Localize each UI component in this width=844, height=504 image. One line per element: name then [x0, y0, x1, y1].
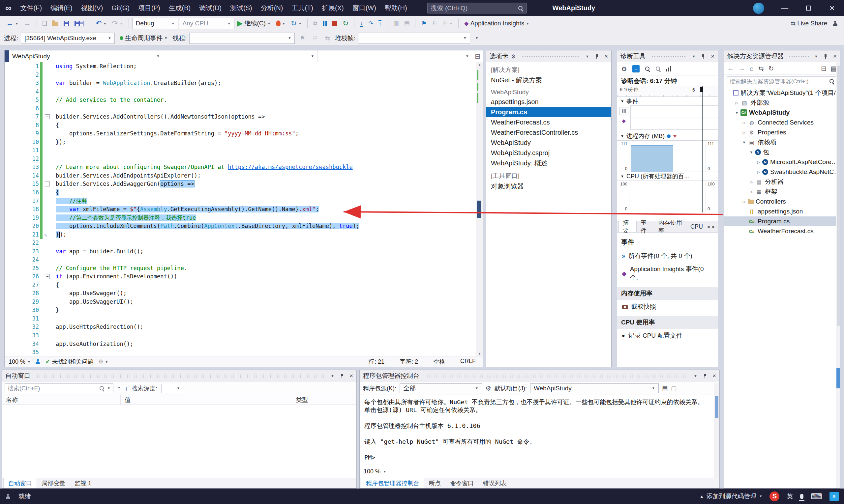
- project-navigator-dropdown[interactable]: WebApiStudy▼: [9, 50, 163, 62]
- breakpoint-margin[interactable]: [5, 272, 20, 281]
- fold-margin[interactable]: [42, 96, 52, 104]
- events-track-lane[interactable]: [630, 105, 718, 130]
- solution-platform-dropdown[interactable]: Any CPU▼: [179, 18, 235, 29]
- breakpoint-margin[interactable]: [5, 197, 20, 205]
- breakpoint-margin[interactable]: [5, 205, 20, 214]
- breakpoint-margin[interactable]: [5, 306, 20, 314]
- pmc-console-output[interactable]: 每个包都由其所有者许可给你。NuGet 不负责第三方包，也不授予其许可证。一些包…: [360, 395, 719, 462]
- code-text[interactable]: [52, 239, 476, 247]
- stop-console-icon[interactable]: ▢: [671, 385, 676, 392]
- step-out-button[interactable]: ↑: [376, 17, 384, 29]
- breakpoint-margin[interactable]: [5, 79, 20, 88]
- fold-margin[interactable]: [42, 163, 52, 172]
- code-text[interactable]: [52, 146, 476, 155]
- document-health-indicator[interactable]: ✔未找到相关问题: [45, 358, 93, 366]
- open-tab-item[interactable]: WebApiStudy: 概述: [486, 158, 611, 168]
- app-insights-events-row[interactable]: ◆Application Insights 事件(0 个,: [617, 263, 718, 284]
- zoom-out-icon[interactable]: [655, 66, 661, 71]
- tree-item[interactable]: ▷▦框架: [724, 187, 840, 197]
- code-text[interactable]: }: [52, 306, 476, 314]
- tool-window-tab[interactable]: 断点: [424, 478, 445, 488]
- breakpoint-margin[interactable]: [5, 188, 20, 197]
- gear-icon[interactable]: ⚙: [511, 53, 516, 60]
- line-ending-indicator[interactable]: CRLF: [460, 358, 476, 366]
- code-line[interactable]: 5// Add services to the container.: [5, 96, 476, 104]
- new-project-button[interactable]: [40, 17, 49, 29]
- break-all-button[interactable]: [321, 17, 329, 29]
- search-depth-dropdown[interactable]: ▼: [161, 384, 182, 393]
- code-text[interactable]: options.IncludeXmlComments(Path.Combine(…: [52, 222, 476, 231]
- fold-margin[interactable]: [42, 188, 52, 197]
- expander-icon[interactable]: ▷: [740, 200, 748, 204]
- next-bookmark-button[interactable]: ⚐▼: [440, 17, 455, 29]
- fold-margin[interactable]: [42, 314, 52, 323]
- pin-icon[interactable]: [701, 54, 706, 59]
- diagnostics-tab[interactable]: CPU: [686, 221, 707, 232]
- breakpoint-margin[interactable]: [5, 214, 20, 222]
- code-text[interactable]: {: [52, 121, 476, 130]
- tree-item[interactable]: ▷◍Connected Services: [724, 118, 840, 127]
- open-tab-item[interactable]: Program.cs: [486, 107, 611, 117]
- expander-icon[interactable]: ▼: [733, 111, 740, 115]
- tool-window-tab[interactable]: 自动窗口: [3, 478, 37, 488]
- fold-margin[interactable]: [42, 222, 52, 231]
- sync-with-active-document-icon[interactable]: ⇆: [758, 65, 764, 72]
- code-text[interactable]: // Learn more about configuring Swagger/…: [52, 163, 476, 172]
- maximize-button[interactable]: [796, 0, 820, 16]
- code-text[interactable]: var app = builder.Build();: [52, 247, 476, 256]
- take-snapshot-row[interactable]: 截取快照: [617, 300, 718, 313]
- solution-explorer-scrollbar[interactable]: [836, 62, 840, 488]
- fold-margin[interactable]: [42, 138, 52, 147]
- menu-item[interactable]: 视图(V): [77, 0, 107, 16]
- minimize-button[interactable]: —: [773, 0, 796, 16]
- member-navigator-dropdown[interactable]: ▼: [318, 50, 472, 62]
- breakpoint-margin[interactable]: [5, 340, 20, 348]
- menu-item[interactable]: 文件(F): [16, 0, 47, 16]
- code-line[interactable]: 10});: [5, 138, 476, 147]
- type-navigator-dropdown[interactable]: ▼: [163, 50, 317, 62]
- code-line[interactable]: 11: [5, 146, 476, 155]
- close-icon[interactable]: ×: [833, 53, 837, 60]
- fold-margin[interactable]: [42, 88, 52, 96]
- expander-icon[interactable]: ▼: [740, 140, 748, 144]
- open-tab-item[interactable]: WeatherForecastController.cs: [486, 127, 611, 138]
- code-line[interactable]: 27{: [5, 281, 476, 290]
- code-line[interactable]: 35: [5, 348, 476, 356]
- breakpoint-margin[interactable]: [5, 146, 20, 155]
- code-text[interactable]: using System.Reflection;: [52, 62, 476, 71]
- breakpoint-margin[interactable]: [5, 247, 20, 256]
- breakpoint-margin[interactable]: [5, 239, 20, 247]
- scroll-left-icon[interactable]: ◀: [707, 224, 709, 229]
- redo-button[interactable]: ↷▼: [109, 17, 125, 29]
- code-line[interactable]: 28 app.UseSwagger();: [5, 289, 476, 298]
- application-insights-button[interactable]: ◆Application Insights▼: [462, 17, 532, 29]
- search-down-icon[interactable]: ↓: [125, 384, 128, 392]
- flag-thread-button[interactable]: ⚑: [297, 32, 307, 44]
- breakpoint-margin[interactable]: [5, 298, 20, 306]
- menu-item[interactable]: 扩展(X): [317, 0, 348, 16]
- gear-icon[interactable]: ⚙: [485, 384, 491, 392]
- fold-margin[interactable]: [42, 104, 52, 113]
- breakpoint-margin[interactable]: [5, 113, 20, 121]
- window-position-icon[interactable]: ▼: [586, 54, 589, 58]
- breakpoint-margin[interactable]: [5, 71, 20, 79]
- code-editor[interactable]: 1using System.Reflection;23var builder =…: [5, 62, 476, 356]
- tree-item[interactable]: ▷⚙Properties: [724, 127, 840, 137]
- fold-collapse-icon[interactable]: −: [45, 114, 50, 119]
- keyboard-icon[interactable]: ⌨: [811, 492, 822, 501]
- breakpoint-margin[interactable]: [5, 138, 20, 147]
- tool-window-tab[interactable]: 程序包管理器控制台: [361, 478, 424, 488]
- default-project-dropdown[interactable]: WebApiStudy▼: [530, 383, 659, 393]
- tool-window-tab[interactable]: 错误列表: [478, 478, 511, 488]
- fold-collapse-icon[interactable]: −: [45, 181, 50, 186]
- fold-margin[interactable]: [42, 306, 52, 314]
- code-text[interactable]: options.SerializerSettings.DateFormatStr…: [52, 129, 476, 138]
- show-diagnostics-button[interactable]: ⧉: [311, 17, 320, 29]
- open-file-button[interactable]: [50, 17, 61, 29]
- watch-window-button[interactable]: ▥: [391, 17, 401, 29]
- scroll-down-icon[interactable]: ▼: [476, 352, 483, 356]
- fold-margin[interactable]: [42, 155, 52, 163]
- code-line[interactable]: 4: [5, 88, 476, 96]
- code-line[interactable]: 21✎});: [5, 231, 476, 239]
- code-line[interactable]: 15−builder.Services.AddSwaggerGen(option…: [5, 180, 476, 188]
